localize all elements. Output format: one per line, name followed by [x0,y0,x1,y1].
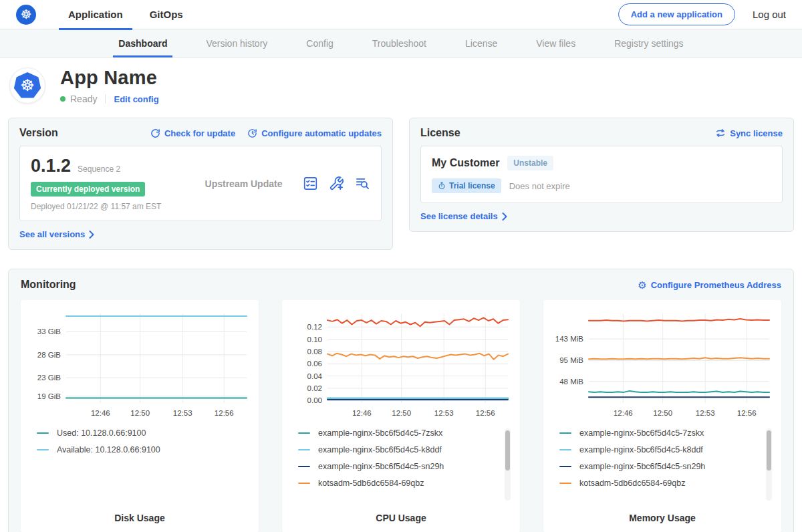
deploy-logs-icon[interactable] [355,176,370,191]
legend-label: example-nginx-5bc6f5d4c5-sn29h [579,462,705,471]
divider [105,94,106,104]
legend-item: kotsadm-5db6dc6584-69qbz [298,479,501,488]
legend-item: Used: 10.128.0.66:9100 [37,428,240,438]
svg-text:12:46: 12:46 [91,409,110,417]
memory-usage-chart: 12:4612:5012:5312:5648 MiB95 MiB143 MiB [550,308,773,420]
app-header: ☸ App Name Ready Edit config [0,57,802,112]
sync-icon [715,128,726,138]
legend-wrap: example-nginx-5bc6f5d4c5-7zskxexample-ng… [550,427,775,513]
disk-usage-chart: 12:4612:5012:5312:5619 GiB23 GiB28 GiB33… [27,308,251,420]
legend-color-dash [559,466,571,468]
svg-text:0.04: 0.04 [307,372,323,380]
svg-text:12:53: 12:53 [434,409,454,417]
chart-title: Memory Usage [550,513,775,523]
legend-wrap: Used: 10.128.0.66:9100Available: 10.128.… [27,427,252,513]
customer-name: My Customer [432,157,499,169]
chart-legend: example-nginx-5bc6f5d4c5-7zskxexample-ng… [559,428,763,488]
svg-text:143 MiB: 143 MiB [555,335,584,343]
topnav-tab-label: GitOps [150,9,183,20]
gear-icon: ⚙ [638,280,646,290]
current-version-box: 0.1.2 Sequence 2 Currently deployed vers… [19,146,382,221]
svg-text:0.02: 0.02 [307,384,322,392]
memory-usage-chart-card: 12:4612:5012:5312:5648 MiB95 MiB143 MiB … [543,300,781,532]
svg-text:12:50: 12:50 [392,409,411,417]
helm-wheel-icon: ☸ [20,8,31,21]
legend-label: example-nginx-5bc6f5d4c5-k8ddf [579,445,703,454]
legend-item: example-nginx-5bc6f5d4c5-k8ddf [559,445,763,454]
legend-scrollbar[interactable] [505,428,511,501]
cpu-usage-chart-card: 12:4612:5012:5312:560.000.020.040.060.08… [282,300,520,532]
chart-legend: example-nginx-5bc6f5d4c5-7zskxexample-ng… [298,428,501,488]
preflight-checks-icon[interactable] [303,176,318,191]
legend-color-dash [559,483,571,485]
tab-dashboard[interactable]: Dashboard [109,29,176,57]
legend-item: example-nginx-5bc6f5d4c5-sn29h [559,462,763,471]
svg-text:12:50: 12:50 [130,409,150,417]
config-wrench-icon[interactable] [329,176,344,191]
tab-license[interactable]: License [456,29,507,57]
legend-color-dash [37,432,49,434]
svg-text:12:56: 12:56 [476,409,495,417]
monitoring-section: Monitoring ⚙ Configure Prometheus Addres… [8,269,794,532]
svg-text:12:56: 12:56 [737,409,757,417]
svg-text:12:53: 12:53 [173,409,192,417]
scrollbar-thumb[interactable] [767,430,771,471]
legend-label: Available: 10.128.0.66:9100 [57,445,160,454]
svg-text:0.12: 0.12 [307,323,322,331]
logout-button[interactable]: Log out [753,9,786,20]
license-card-title: License [420,127,715,139]
legend-label: Used: 10.128.0.66:9100 [57,428,146,438]
legend-label: example-nginx-5bc6f5d4c5-sn29h [318,462,444,471]
legend-color-dash [298,449,310,451]
legend-color-dash [298,483,310,485]
charts-row: 12:4612:5012:5312:5619 GiB23 GiB28 GiB33… [21,300,781,532]
chevron-right-icon [89,231,94,239]
svg-text:19 GiB: 19 GiB [37,392,61,400]
svg-text:48 MiB: 48 MiB [559,378,583,386]
legend-color-dash [37,449,49,451]
legend-label: example-nginx-5bc6f5d4c5-7zskx [579,428,704,438]
svg-text:0.10: 0.10 [307,336,322,344]
deployed-timestamp: Deployed 01/21/22 @ 11:57 am EST [31,202,184,211]
svg-text:0.08: 0.08 [307,348,322,356]
see-all-versions-link[interactable]: See all versions [19,229,94,239]
configure-automatic-updates-link[interactable]: Configure automatic updates [247,128,382,138]
check-for-update-link[interactable]: Check for update [150,128,235,138]
refresh-icon [150,128,160,138]
svg-text:12:46: 12:46 [614,409,633,417]
legend-item: example-nginx-5bc6f5d4c5-7zskx [298,428,501,438]
stopwatch-icon [438,182,446,190]
tab-troubleshoot[interactable]: Troubleshoot [363,29,436,57]
legend-label: example-nginx-5bc6f5d4c5-k8ddf [318,445,442,454]
topnav-tab-gitops[interactable]: GitOps [140,0,192,29]
svg-text:12:46: 12:46 [352,409,372,417]
sync-license-link[interactable]: Sync license [715,128,783,138]
chart-title: CPU Usage [289,513,513,523]
kubernetes-heptagon-icon: ☸ [13,72,41,99]
topnav-tab-application[interactable]: Application [59,0,132,29]
disk-usage-chart-card: 12:4612:5012:5312:5619 GiB23 GiB28 GiB33… [21,300,259,532]
tab-view-files[interactable]: View files [527,29,585,57]
svg-text:33 GiB: 33 GiB [37,327,61,336]
legend-wrap: example-nginx-5bc6f5d4c5-7zskxexample-ng… [289,427,513,513]
scrollbar-thumb[interactable] [505,430,510,471]
version-sequence: Sequence 2 [78,164,120,174]
tab-registry-settings[interactable]: Registry settings [605,29,692,57]
legend-item: example-nginx-5bc6f5d4c5-7zskx [559,428,763,438]
tab-version-history[interactable]: Version history [196,29,277,57]
see-license-details-link[interactable]: See license details [420,211,507,221]
legend-item: example-nginx-5bc6f5d4c5-sn29h [298,462,501,471]
legend-scrollbar[interactable] [766,428,772,501]
cpu-usage-chart: 12:4612:5012:5312:560.000.020.040.060.08… [289,308,512,420]
tab-config[interactable]: Config [297,29,342,57]
license-card: License Sync license My Customer Unstabl… [409,118,794,232]
svg-text:23 GiB: 23 GiB [37,374,61,382]
topnav-tab-label: Application [68,9,123,20]
edit-config-link[interactable]: Edit config [114,94,158,104]
kubernetes-logo-icon: ☸ [16,5,36,25]
configure-prometheus-link[interactable]: ⚙ Configure Prometheus Address [638,280,781,290]
chart-title: Disk Usage [27,513,252,523]
legend-color-dash [559,449,571,451]
add-application-button[interactable]: Add a new application [618,3,735,25]
status-dot [60,96,65,102]
